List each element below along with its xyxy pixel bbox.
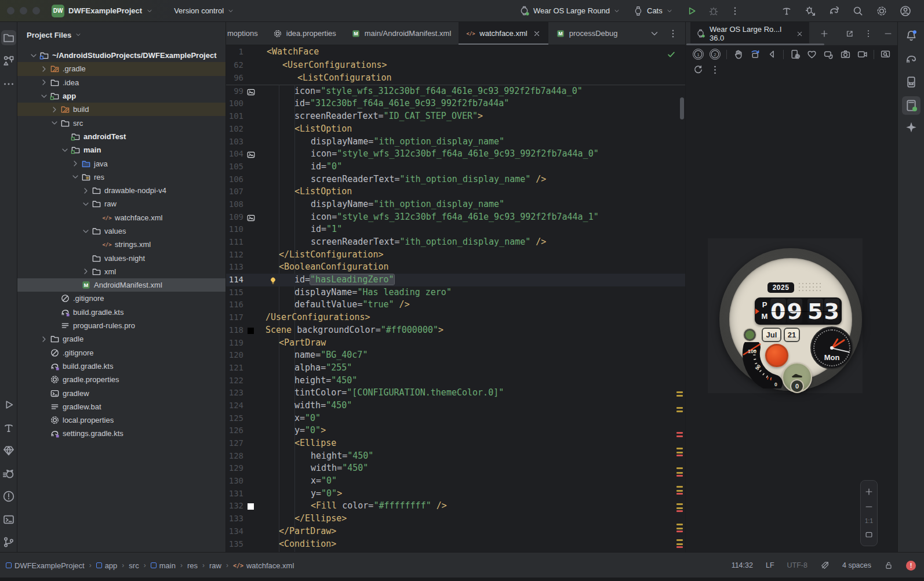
tree-chevron-closed-icon[interactable] — [81, 186, 90, 195]
code-line-99[interactable]: 99icon="style_wfs_312c30bf_f64a_461e_9c9… — [226, 85, 685, 98]
tree-chevron-closed-icon[interactable] — [39, 64, 49, 74]
breadcrumb-item-dwfexampleproject[interactable]: DWFExampleProject — [6, 561, 85, 570]
error-stripe-mark[interactable] — [676, 490, 683, 492]
code-line-129[interactable]: 129width="450" — [226, 462, 685, 475]
code-line-104[interactable]: 104icon="style_wfs_312c30bf_f64a_461e_9c… — [226, 148, 685, 161]
tree-item-gradle.properties[interactable]: gradle.properties — [17, 373, 225, 386]
code-line-1[interactable]: 1<WatchFace — [226, 45, 685, 59]
code-line-127[interactable]: 127<Ellipse — [226, 437, 685, 450]
tree-chevron-open-icon[interactable] — [60, 146, 70, 155]
code-line-118[interactable]: 118Scene backgroundColor="#ff000000"> — [226, 324, 685, 337]
error-stripe-mark[interactable] — [676, 448, 683, 449]
code-line-106[interactable]: 106screenReaderText="ith_option_display_… — [226, 173, 685, 186]
caret-position-widget[interactable]: 114:32 — [732, 561, 753, 569]
tool-rail-device-manager-icon[interactable] — [904, 75, 918, 89]
tree-item-androidmanifest.xml[interactable]: MAndroidManifest.xml — [17, 278, 225, 292]
tree-item-.gradle[interactable]: .gradle — [17, 62, 225, 75]
tree-item-androidstudioprojectsdwfexampleproject[interactable]: ~/AndroidStudioProjects/DWFExampleProjec… — [17, 49, 225, 62]
tree-item-build.gradle.kts[interactable]: build.gradle.kts — [17, 360, 225, 373]
tree-item-local.properties[interactable]: local.properties — [17, 413, 225, 427]
breadcrumb-item-watchface.xml[interactable]: </>watchface.xml — [233, 561, 294, 570]
device-toolbar-reset-icon[interactable] — [693, 64, 704, 75]
device-toolbar-circle-1-icon[interactable]: 1 — [693, 49, 704, 60]
tree-item-gradle[interactable]: gradle — [17, 332, 225, 346]
error-stripe-mark[interactable] — [676, 435, 683, 437]
code-line-121[interactable]: 121alpha="255" — [226, 362, 685, 375]
code-line-101[interactable]: 101screenReaderText="ID_CAT_STEP_OVER"> — [226, 110, 685, 123]
error-stripe-mark[interactable] — [676, 411, 683, 412]
tree-chevron-closed-icon[interactable] — [39, 335, 49, 344]
more-run-options-icon[interactable] — [730, 6, 740, 16]
error-stripe-mark[interactable] — [676, 432, 683, 434]
tab-options-icon[interactable] — [668, 28, 678, 39]
tool-rail-bell-icon[interactable] — [904, 29, 918, 42]
code-line-96[interactable]: 96<ListConfiguration — [226, 71, 685, 85]
breadcrumb-item-src[interactable]: src — [129, 561, 139, 570]
device-toolbar-screen-search-icon[interactable] — [880, 49, 891, 60]
device-toolbar-heart-icon[interactable] — [806, 49, 817, 60]
tool-rail-problems-icon[interactable] — [2, 490, 15, 503]
error-stripe-mark[interactable] — [676, 395, 683, 397]
code-line-126[interactable]: 126y="0"> — [226, 424, 685, 437]
code-line-130[interactable]: 130x="0" — [226, 475, 685, 488]
error-stripe-mark[interactable] — [676, 472, 683, 474]
tree-chevron-open-icon[interactable] — [81, 227, 90, 236]
tab-idea.properties[interactable]: idea.properties — [265, 22, 344, 45]
run-configuration-selector[interactable]: Cats — [633, 6, 673, 16]
run-button[interactable] — [686, 5, 697, 17]
error-stripe-mark[interactable] — [676, 539, 683, 541]
inspections-ok-icon[interactable] — [667, 50, 676, 59]
tree-item-raw[interactable]: raw — [17, 197, 225, 210]
device-toolbar-circle-2-icon[interactable]: 2 — [710, 49, 721, 60]
device-toolbar-rotate-icon[interactable] — [750, 49, 761, 60]
tab-moptions[interactable]: moptions — [226, 22, 265, 45]
code-line-133[interactable]: 133</Ellipse> — [226, 513, 685, 525]
tree-chevron-closed-icon[interactable] — [39, 78, 49, 87]
code-line-116[interactable]: 116defaultValue="true" /> — [226, 299, 685, 311]
tree-chevron-closed-icon[interactable] — [81, 267, 90, 276]
code-line-110[interactable]: 110id="1" — [226, 223, 685, 236]
tree-item-build[interactable]: build — [17, 103, 225, 116]
code-line-62[interactable]: 62<UserConfigurations> — [226, 59, 685, 72]
macos-traffic-lights[interactable] — [7, 7, 40, 14]
project-widget[interactable]: DW DWFExampleProject — [52, 5, 153, 17]
code-line-103[interactable]: 103displayName="ith_option_display_name" — [226, 136, 685, 148]
device-selector[interactable]: Wear OS Large Round — [519, 6, 620, 16]
tree-item-proguard-rules.pro[interactable]: proguard-rules.pro — [17, 319, 225, 332]
tree-chevron-closed-icon[interactable] — [71, 159, 80, 168]
panel-options-icon[interactable] — [864, 29, 873, 38]
tool-rail-running-devices-icon[interactable] — [902, 96, 921, 115]
code-editor[interactable]: 1<WatchFace62<UserConfigurations>96<List… — [226, 45, 685, 552]
tree-item-.gitignore[interactable]: .gitignore — [17, 346, 225, 360]
error-stripe-mark[interactable] — [676, 455, 683, 456]
tree-item-values-night[interactable]: values-night — [17, 251, 225, 264]
zoom-in-button[interactable] — [864, 487, 874, 496]
tree-chevron-open-icon[interactable] — [39, 92, 49, 101]
tree-chevron-open-icon[interactable] — [81, 199, 90, 209]
code-line-120[interactable]: 120name="BG_40c7" — [226, 349, 685, 362]
account-icon[interactable] — [900, 5, 911, 17]
profiler-bug-icon[interactable] — [805, 5, 816, 17]
device-toolbar-device-gear-icon[interactable] — [790, 49, 801, 60]
tab-list-icon[interactable] — [649, 28, 660, 39]
tree-item-build.gradle.kts[interactable]: build.gradle.kts — [17, 306, 225, 319]
error-stripe-mark[interactable] — [676, 524, 683, 525]
add-device-button[interactable] — [820, 29, 829, 38]
error-stripe-mark[interactable] — [676, 407, 683, 409]
tree-item-src[interactable]: src — [17, 116, 225, 129]
code-line-117[interactable]: 117/UserConfigurations> — [226, 311, 685, 324]
color-swatch-icon[interactable] — [248, 503, 254, 510]
line-separator-widget[interactable]: LF — [766, 561, 774, 569]
close-icon[interactable] — [796, 30, 803, 38]
code-line-112[interactable]: 112</ListConfiguration> — [226, 249, 685, 262]
readonly-toggle-icon[interactable] — [884, 561, 893, 570]
code-line-109[interactable]: 109icon="style_wfs_312c30bf_f64a_461e_9c… — [226, 211, 685, 224]
editor-scrollbar[interactable] — [680, 97, 684, 119]
device-toolbar-kebab-v-icon[interactable] — [710, 64, 721, 75]
search-icon[interactable] — [852, 5, 864, 17]
device-toolbar-camera-icon[interactable] — [840, 49, 851, 60]
code-line-105[interactable]: 105id="0" — [226, 161, 685, 173]
version-control-widget[interactable]: Version control — [174, 6, 234, 15]
error-stripe-mark[interactable] — [676, 467, 683, 469]
tree-chevron-closed-icon[interactable] — [50, 105, 59, 114]
